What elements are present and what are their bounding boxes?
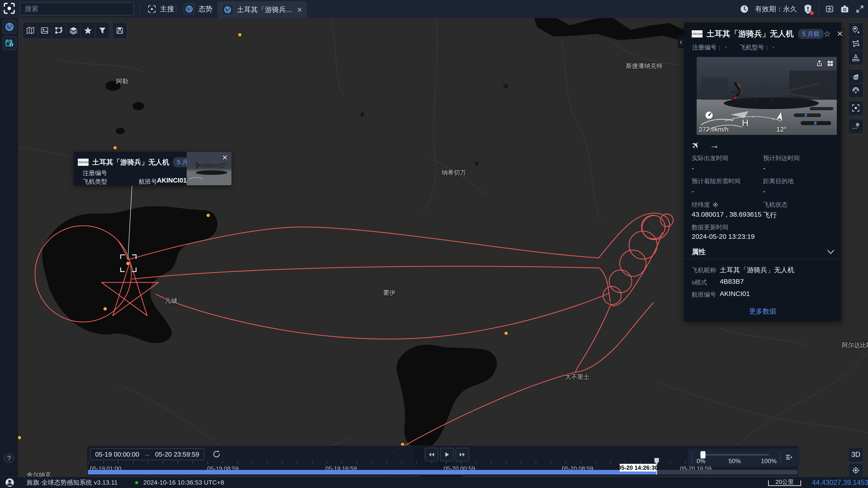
field-value: - [763,164,765,172]
attr-label: 飞机昵称 [692,266,716,274]
field-label: 实际出发时间 [692,154,728,162]
field-value: 2024-05-20 13:23:19 [692,233,755,240]
play-icon [443,451,451,458]
view-3d-button[interactable]: 3D [848,447,864,462]
scale-label: 20公里 [769,478,800,486]
refresh-icon[interactable] [212,450,221,459]
panel-title: 土耳其「游骑兵」无人机 [707,29,794,39]
terrain-button[interactable] [848,70,863,84]
add-area-icon [851,39,860,48]
app-version-text: 旌旗·全球态势感知系统 v3.13.11 [27,477,118,488]
sidebar-item-schedule[interactable] [2,36,17,50]
search-input[interactable] [20,5,133,13]
popup-flight-label: 航班号 [139,177,157,186]
help-button[interactable]: ? [4,453,14,463]
speed-label-0: 0% [696,458,705,465]
grid-icon[interactable] [827,60,834,67]
field-value: - [692,188,694,195]
aircraft-photo: 277.8km/h H 12° [697,57,837,135]
field-label: 经纬度 [692,201,719,209]
share-icon[interactable] [815,60,823,67]
field-value: 飞行 [763,210,777,220]
crosshair-icon [147,4,156,13]
plane-icon[interactable]: ✈ [689,138,703,152]
sidebar-item-globe[interactable] [2,20,17,34]
right-tools-group-annotate [848,23,864,65]
user-avatar-icon[interactable] [5,478,14,487]
add-pin-button[interactable] [848,23,863,37]
route-arrow-icon[interactable]: → [710,140,719,151]
panel-age-badge: 5 月前 [798,29,824,39]
app-root: 阿勒斯捷潘纳克特纳希切万凡城霍伊大不里士阿尔达比勒舍尔纳克哈卡里乌尔米耶 ✈✈✈… [0,0,868,488]
map-toolbar [23,22,110,39]
flag-unknown: Unknown [78,159,89,166]
panel-header: Unknown 土耳其「游骑兵」无人机 5 月前 ☆ ✕ [692,29,836,39]
draw-button[interactable] [52,23,66,38]
tab-label: 土耳其「游骑兵... [237,5,292,14]
time-range-picker[interactable]: 05-19 00:00:00 → 05-20 23:59:59 [90,449,204,460]
panel-collapse-button[interactable]: ‹ [678,35,684,48]
imagery-button[interactable] [37,23,52,38]
focus-tool[interactable] [848,101,864,116]
favorites-button[interactable] [81,23,95,38]
locate-target-icon[interactable] [712,201,719,208]
divider [780,452,780,463]
attributes-section-header[interactable]: 属性 [692,247,835,257]
chevron-down-icon [827,249,835,255]
alert-badge [810,11,814,15]
speed-control: 0% 50% 100% [688,449,800,466]
camera-icon[interactable] [840,4,849,13]
app-logo-icon[interactable] [3,2,16,15]
divider [176,4,176,14]
star-icon [84,26,92,35]
layers-button[interactable] [66,23,81,38]
favorite-star-icon[interactable]: ☆ [824,29,831,39]
popup-reg-label: 注册编号 [83,169,107,177]
playlist-menu-icon[interactable] [785,453,793,461]
timeline-progress[interactable] [88,470,657,475]
calendar-info-icon [5,38,14,48]
tab-drone-active[interactable]: 土耳其「游骑兵... ✕ [217,1,307,18]
speed-slider-track[interactable] [700,454,769,455]
system-time: 2024-10-16 10:36:53 UTC+8 [143,477,224,488]
route-tool[interactable] [848,119,864,134]
timeline-track-rest[interactable] [657,470,798,475]
speed-label-100: 100% [761,458,776,465]
field-value: - [692,164,694,172]
range-arrow: → [144,451,150,458]
add-area-button[interactable] [848,37,863,51]
divider [684,258,841,259]
speed-overlay: 277.8km/h [699,126,728,133]
popup-close-icon[interactable]: ✕ [222,154,228,162]
recenter-button[interactable] [848,463,864,478]
route-button[interactable] [848,119,863,133]
fullscreen-icon[interactable] [855,4,864,13]
measure-button[interactable] [848,51,863,65]
compass-arc [724,113,782,122]
filter-button[interactable] [95,23,110,38]
range-start: 05-19 00:00:00 [95,451,139,458]
aircraft-popup[interactable]: Unknown 土耳其「游骑兵」无人机 5 月前 注册编号 飞机类型 航班号 A… [74,152,231,185]
field-label: 距离目的地 [763,177,794,185]
tab-main-search[interactable]: 主搜 [143,0,179,18]
close-tab-icon[interactable]: ✕ [297,6,303,14]
basemap-button[interactable] [23,23,37,38]
field-value: - [763,188,765,195]
image-icon [40,26,49,35]
map-icon [26,26,35,35]
focus-button[interactable] [848,101,863,115]
popup-type-label: 飞机类型 [83,177,107,186]
rewind-button[interactable] [425,448,438,461]
speed-slider-thumb[interactable] [701,451,706,458]
more-data-link[interactable]: 更多数据 [684,307,841,316]
save-button[interactable] [113,22,127,39]
terrain-icon [851,72,860,80]
play-button[interactable] [440,448,454,461]
fast-forward-icon [458,451,466,458]
fast-forward-button[interactable] [456,448,469,461]
radar-button[interactable] [848,84,863,97]
window-swap-icon[interactable] [825,4,834,13]
current-time-tooltip: 05-20 14:26:30 [620,464,656,471]
panel-close-icon[interactable]: ✕ [837,29,843,38]
alert-shield-icon[interactable] [803,4,813,14]
